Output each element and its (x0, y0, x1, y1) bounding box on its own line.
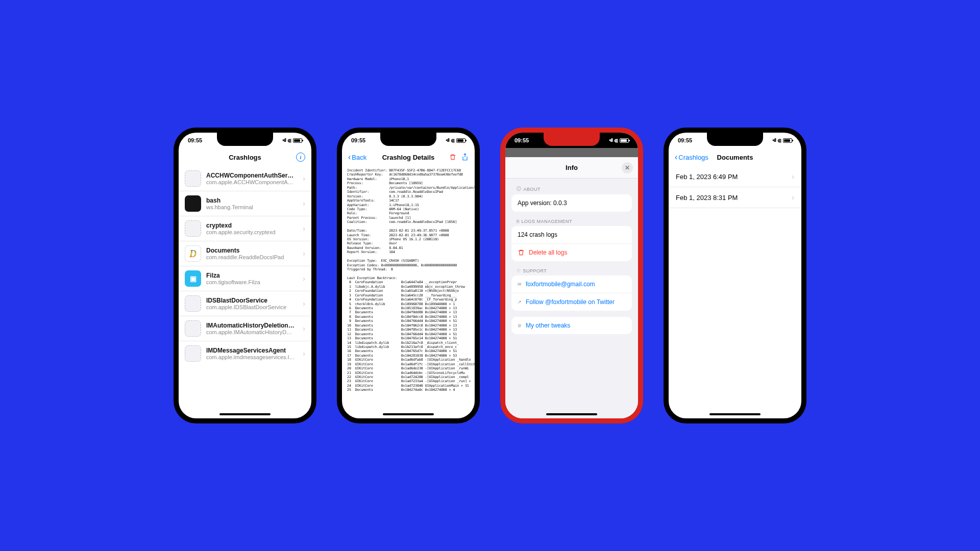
chevron-left-icon: ‹ (348, 153, 351, 162)
chevron-right-icon: › (303, 199, 305, 208)
app-row[interactable]: bash ws.hbang.Terminal › (179, 191, 311, 216)
wifi-icon: ⋐ (614, 138, 618, 143)
twitter-row[interactable]: ↗ Follow @foxfortmobile on Twitter (511, 293, 632, 311)
app-icon (185, 295, 201, 312)
delete-all-button[interactable]: Delete all logs (511, 244, 632, 261)
battery-icon (293, 138, 302, 143)
battery-icon (783, 138, 792, 143)
email-row[interactable]: ✉ foxfortmobile@gmail.com (511, 276, 632, 293)
app-title: IDSBlastDoorService (206, 297, 298, 304)
navbar: ‹ Back Crashlog Details (342, 148, 475, 166)
close-button[interactable]: ✕ (622, 162, 633, 173)
log-timestamp: Feb 1, 2023 6:49 PM (676, 173, 738, 181)
log-entry-row[interactable]: Feb 1, 2023 8:31 PM › (669, 187, 801, 208)
app-bundle-id: ws.hbang.Terminal (206, 204, 298, 210)
notch (217, 133, 273, 146)
section-support: ♡ SUPPORT (505, 261, 638, 276)
wifi-icon: ⋐ (287, 138, 291, 143)
app-row[interactable]: ▣ Filza com.tigisoftware.Filza › (179, 266, 311, 291)
chevron-left-icon: ‹ (675, 153, 677, 162)
documents-icon: D (185, 245, 201, 262)
app-title: Filza (206, 272, 298, 279)
app-title: Documents (206, 247, 298, 254)
twitter-text: Follow @foxfortmobile on Twitter (526, 298, 615, 306)
section-label: SUPPORT (523, 268, 547, 273)
mail-icon: ✉ (518, 282, 522, 287)
phone-4: 09:55 •ıll ⋐ ‹ Crashlogs Documents Feb 1… (664, 128, 806, 423)
page-title: Crashlogs (229, 154, 261, 161)
home-indicator[interactable] (383, 413, 434, 415)
battery-icon (456, 138, 465, 143)
wifi-icon: ⋐ (777, 138, 781, 143)
app-title: IMDMessageServicesAgent (206, 347, 298, 354)
chevron-right-icon: › (303, 349, 305, 358)
log-entry-row[interactable]: Feb 1, 2023 6:49 PM › (669, 166, 801, 187)
share-icon[interactable] (461, 153, 469, 161)
section-about: ⓘ ABOUT (505, 179, 638, 194)
home-indicator[interactable] (219, 413, 271, 415)
info-icon[interactable]: i (296, 153, 305, 162)
back-label: Back (352, 154, 366, 161)
app-row[interactable]: ACCHWComponentAuthSer… com.apple.ACCHWCo… (179, 166, 311, 191)
app-row[interactable]: D Documents com.readdle.ReaddleDocsIPad … (179, 241, 311, 266)
trash-icon[interactable] (449, 154, 456, 161)
terminal-icon (185, 195, 201, 212)
home-indicator[interactable] (546, 413, 597, 415)
modal-backdrop (505, 148, 638, 157)
app-title: ACCHWComponentAuthSer… (206, 172, 298, 179)
app-row[interactable]: cryptexd com.apple.security.cryptexd › (179, 216, 311, 241)
phone-1: 09:55 •ıll ⋐ Crashlogs i ACCHWComponentA… (174, 128, 316, 423)
status-time: 09:55 (678, 137, 703, 143)
app-bundle-id: com.apple.imdmessageservices.I… (206, 354, 298, 360)
chevron-right-icon: › (303, 174, 305, 183)
battery-icon (620, 138, 629, 143)
crash-count-row: 124 crash logs (511, 226, 632, 244)
app-version-row: App version: 0.0.3 (511, 194, 632, 212)
notch (707, 133, 763, 146)
app-icon (185, 220, 201, 237)
app-icon (185, 170, 201, 187)
home-indicator[interactable] (709, 413, 761, 415)
signal-icon: •ıll (282, 138, 286, 143)
chevron-right-icon: › (303, 274, 305, 283)
document-icon: ⎘ (517, 219, 520, 224)
modal-header: Info ✕ (505, 157, 638, 179)
tweaks-text: My other tweaks (526, 322, 570, 329)
status-time: 09:55 (514, 137, 540, 143)
status-time: 09:55 (188, 137, 213, 143)
section-label: LOGS MANAGEMENT (522, 219, 573, 224)
section-label: ABOUT (524, 187, 541, 192)
page-title: Documents (717, 154, 753, 161)
log-entries-list: Feb 1, 2023 6:49 PM › Feb 1, 2023 8:31 P… (669, 166, 801, 418)
back-button[interactable]: ‹ Crashlogs (675, 153, 705, 162)
app-version-text: App version: 0.0.3 (518, 199, 567, 207)
app-title: bash (206, 197, 298, 204)
back-button[interactable]: ‹ Back (348, 153, 379, 162)
grid-icon: ⊘ (518, 323, 522, 328)
status-time: 09:55 (351, 137, 377, 143)
app-bundle-id: com.tigisoftware.Filza (206, 279, 298, 285)
app-icon (185, 345, 201, 362)
app-bundle-id: com.apple.IDSBlastDoorService (206, 304, 298, 310)
signal-icon: •ıll (446, 138, 449, 143)
app-bundle-id: com.readdle.ReaddleDocsIPad (206, 254, 298, 260)
delete-label: Delete all logs (529, 249, 567, 256)
chevron-right-icon: › (792, 172, 794, 181)
app-row[interactable]: IDSBlastDoorService com.apple.IDSBlastDo… (179, 291, 311, 316)
modal-title: Info (566, 164, 578, 171)
notch (380, 133, 436, 146)
navbar: ‹ Crashlogs Documents (669, 148, 801, 166)
app-row[interactable]: IMAutomaticHistoryDeletion… com.apple.IM… (179, 316, 311, 341)
chevron-right-icon: › (303, 224, 305, 233)
signal-icon: •ıll (772, 138, 776, 143)
info-icon: ⓘ (517, 186, 522, 192)
back-label: Crashlogs (678, 154, 708, 161)
chevron-right-icon: › (792, 193, 794, 202)
signal-icon: •ıll (609, 138, 612, 143)
app-row[interactable]: IMDMessageServicesAgent com.apple.imdmes… (179, 341, 311, 366)
navbar: Crashlogs i (179, 148, 311, 166)
tweaks-row[interactable]: ⊘ My other tweaks (511, 317, 632, 334)
wifi-icon: ⋐ (451, 138, 455, 143)
chevron-right-icon: › (303, 249, 305, 258)
app-bundle-id: com.apple.IMAutomaticHistoryD… (206, 329, 298, 335)
